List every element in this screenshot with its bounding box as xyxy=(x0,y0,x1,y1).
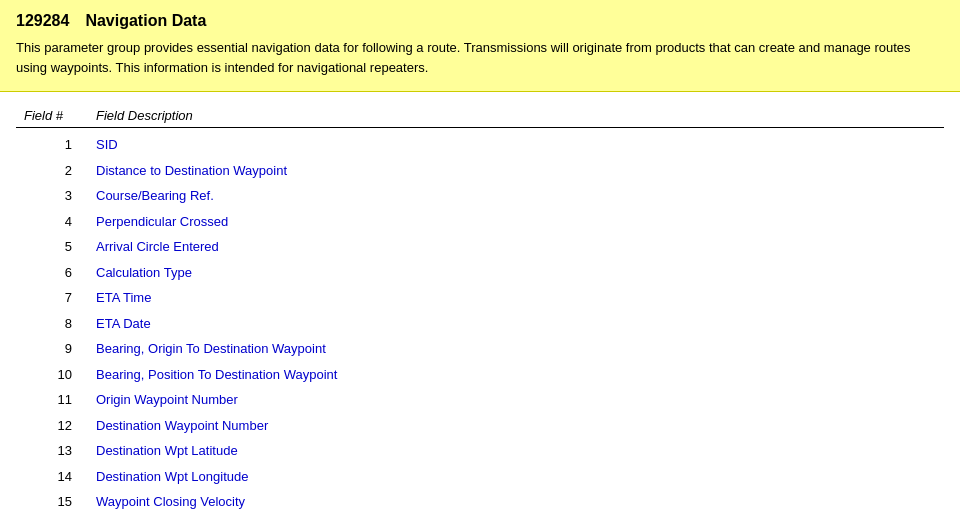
cell-field-num: 6 xyxy=(16,263,96,283)
cell-field-desc: Origin Waypoint Number xyxy=(96,390,944,410)
table-header-row: Field # Field Description xyxy=(16,104,944,128)
cell-field-num: 10 xyxy=(16,365,96,385)
cell-field-num: 15 xyxy=(16,492,96,512)
cell-field-desc: Bearing, Origin To Destination Waypoint xyxy=(96,339,944,359)
cell-field-num: 7 xyxy=(16,288,96,308)
data-table: Field # Field Description 1SID2Distance … xyxy=(16,104,944,515)
table-row: 4Perpendicular Crossed xyxy=(16,209,944,235)
table-row: 6Calculation Type xyxy=(16,260,944,286)
table-row: 9Bearing, Origin To Destination Waypoint xyxy=(16,336,944,362)
cell-field-desc: SID xyxy=(96,135,944,155)
table-row: 8ETA Date xyxy=(16,311,944,337)
cell-field-desc: Perpendicular Crossed xyxy=(96,212,944,232)
cell-field-num: 9 xyxy=(16,339,96,359)
cell-field-num: 3 xyxy=(16,186,96,206)
cell-field-desc: Bearing, Position To Destination Waypoin… xyxy=(96,365,944,385)
table-row: 3Course/Bearing Ref. xyxy=(16,183,944,209)
cell-field-num: 5 xyxy=(16,237,96,257)
table-row: 12Destination Waypoint Number xyxy=(16,413,944,439)
column-header-field-desc: Field Description xyxy=(96,108,944,123)
cell-field-desc: ETA Date xyxy=(96,314,944,334)
table-row: 10Bearing, Position To Destination Waypo… xyxy=(16,362,944,388)
cell-field-num: 12 xyxy=(16,416,96,436)
cell-field-num: 4 xyxy=(16,212,96,232)
cell-field-desc: Destination Wpt Latitude xyxy=(96,441,944,461)
table-row: 5Arrival Circle Entered xyxy=(16,234,944,260)
cell-field-desc: Calculation Type xyxy=(96,263,944,283)
table-row: 11Origin Waypoint Number xyxy=(16,387,944,413)
header-description: This parameter group provides essential … xyxy=(16,38,944,77)
cell-field-desc: Destination Waypoint Number xyxy=(96,416,944,436)
cell-field-desc: ETA Time xyxy=(96,288,944,308)
table-row: 15Waypoint Closing Velocity xyxy=(16,489,944,515)
header-title-row: 129284 Navigation Data xyxy=(16,12,944,30)
table-row: 2Distance to Destination Waypoint xyxy=(16,158,944,184)
column-header-field-num: Field # xyxy=(16,108,96,123)
table-row: 14Destination Wpt Longitude xyxy=(16,464,944,490)
cell-field-num: 2 xyxy=(16,161,96,181)
cell-field-num: 8 xyxy=(16,314,96,334)
table-row: 1SID xyxy=(16,132,944,158)
cell-field-num: 14 xyxy=(16,467,96,487)
table-rows-container: 1SID2Distance to Destination Waypoint3Co… xyxy=(16,132,944,515)
cell-field-desc: Waypoint Closing Velocity xyxy=(96,492,944,512)
header-title: Navigation Data xyxy=(85,12,206,30)
cell-field-num: 13 xyxy=(16,441,96,461)
cell-field-desc: Destination Wpt Longitude xyxy=(96,467,944,487)
header-section: 129284 Navigation Data This parameter gr… xyxy=(0,0,960,92)
cell-field-desc: Arrival Circle Entered xyxy=(96,237,944,257)
content-section: Field # Field Description 1SID2Distance … xyxy=(0,92,960,517)
cell-field-desc: Distance to Destination Waypoint xyxy=(96,161,944,181)
table-row: 13Destination Wpt Latitude xyxy=(16,438,944,464)
header-id: 129284 xyxy=(16,12,69,30)
cell-field-num: 11 xyxy=(16,390,96,410)
cell-field-desc: Course/Bearing Ref. xyxy=(96,186,944,206)
table-row: 7ETA Time xyxy=(16,285,944,311)
cell-field-num: 1 xyxy=(16,135,96,155)
